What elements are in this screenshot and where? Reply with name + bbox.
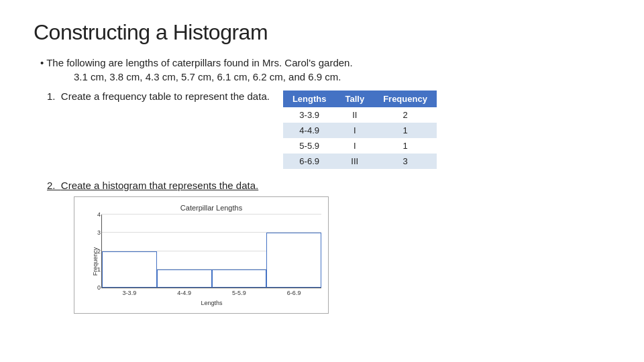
bullet-text: The following are lengths of caterpillar…: [34, 57, 610, 68]
chart-area: Lengths 012343-3.94-4.95-5.96-6.9: [101, 215, 321, 288]
frequency-table: Lengths Tally Frequency 3-3.9II24-4.9I15…: [283, 90, 437, 169]
y-tick-label: 4: [97, 211, 101, 218]
step1-label: 1. Create a frequency table to represent…: [34, 90, 270, 102]
step2-label: 2. Create a histogram that represents th…: [34, 180, 610, 191]
page-title: Constructing a Histogram: [34, 20, 610, 45]
chart-box: Caterpillar Lengths Frequency Lengths 01…: [74, 196, 329, 314]
x-axis-title: Lengths: [201, 300, 222, 306]
x-tick-label: 6-6.9: [287, 290, 301, 296]
col-header-tally: Tally: [335, 90, 374, 107]
x-tick-label: 3-3.9: [123, 290, 137, 296]
indent-text: 3.1 cm, 3.8 cm, 4.3 cm, 5.7 cm, 6.1 cm, …: [34, 71, 610, 82]
y-tick-label: 0: [97, 284, 101, 291]
histogram-container: Caterpillar Lengths Frequency Lengths 01…: [74, 196, 610, 314]
table-row: 3-3.9II2: [283, 107, 437, 123]
table-row: 4-4.9I1: [283, 123, 437, 138]
table-row: 5-5.9I1: [283, 138, 437, 154]
chart-title: Caterpillar Lengths: [101, 204, 321, 212]
histogram-bar: [157, 269, 212, 288]
x-tick-label: 5-5.9: [232, 290, 246, 296]
y-tick-label: 3: [97, 229, 101, 236]
col-header-frequency: Frequency: [374, 90, 437, 107]
table-row: 6-6.9III3: [283, 154, 437, 169]
col-header-lengths: Lengths: [283, 90, 336, 107]
histogram-bar: [212, 269, 267, 288]
y-tick-label: 1: [97, 266, 101, 273]
histogram-bar: [102, 251, 157, 288]
y-tick-label: 2: [97, 248, 101, 255]
histogram-bar: [266, 233, 321, 288]
x-tick-label: 4-4.9: [177, 290, 191, 296]
